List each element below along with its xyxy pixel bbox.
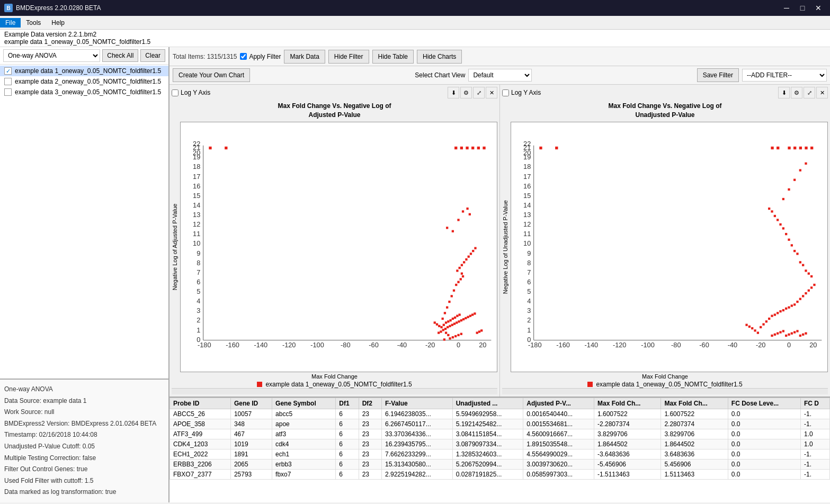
- table-row[interactable]: APOE_358348apoe6236.2667450117...5.19214…: [170, 419, 830, 429]
- chart1-close-btn[interactable]: ✕: [486, 87, 497, 98]
- col-gene-symbol[interactable]: Gene Symbol: [272, 398, 336, 409]
- minimize-button[interactable]: ─: [779, 1, 794, 15]
- table-row[interactable]: CDK4_12031019cdk462316.239435795...3.087…: [170, 439, 830, 449]
- svg-text:11: 11: [193, 230, 200, 238]
- menu-help[interactable]: Help: [46, 18, 70, 28]
- col-df1[interactable]: Df1: [336, 398, 359, 409]
- chart1-expand-btn[interactable]: ⤢: [473, 87, 485, 98]
- col-probe-id[interactable]: Probe ID: [170, 398, 231, 409]
- select-view-dropdown[interactable]: Default Custom: [468, 69, 532, 82]
- table-cell-3-0: CDK4_1203: [170, 439, 231, 449]
- svg-rect-195: [810, 147, 813, 149]
- table-header-row: Probe ID Gene ID Gene Symbol Df1 Df2 F-V…: [170, 398, 830, 409]
- add-filter-dropdown[interactable]: --ADD FILTER--: [742, 69, 827, 82]
- svg-text:2: 2: [197, 316, 200, 324]
- chart2-x-axis-label: Max Fold Change: [502, 373, 828, 380]
- svg-rect-186: [745, 323, 747, 326]
- svg-rect-54: [455, 284, 457, 286]
- table-cell-1-4: 23: [359, 419, 381, 429]
- mark-data-button[interactable]: Mark Data: [284, 50, 325, 64]
- table-cell-5-6: 5.2067520994...: [452, 460, 523, 470]
- menu-file[interactable]: File: [0, 18, 21, 28]
- svg-rect-41: [452, 318, 454, 320]
- chart2-download-btn[interactable]: ⬇: [778, 87, 790, 98]
- chart1-settings-btn[interactable]: ⚙: [460, 87, 472, 98]
- col-adjusted[interactable]: Adjusted P-V...: [523, 398, 594, 409]
- table-row[interactable]: ATF3_499467atf362333.370364336...3.08411…: [170, 429, 830, 439]
- chart2-close-btn[interactable]: ✕: [816, 87, 828, 98]
- chart2-scrollbar[interactable]: [502, 388, 828, 394]
- chart2-settings-btn[interactable]: ⚙: [791, 87, 802, 98]
- info-version: BMDExpress2 Version: BMDExpress 2.01.026…: [4, 418, 164, 430]
- table-cell-4-5: 7.6626233299...: [381, 449, 452, 460]
- clear-button[interactable]: Clear: [140, 49, 165, 62]
- svg-rect-69: [440, 330, 442, 332]
- table-cell-1-8: -2.2807374: [594, 419, 661, 429]
- svg-text:5: 5: [527, 287, 531, 295]
- charts-view-container: Create Your Own Chart Select Chart View …: [169, 66, 830, 502]
- sidebar-item-1[interactable]: example data 1_oneway_0.05_NOMTC_foldfil…: [0, 66, 168, 76]
- svg-rect-198: [777, 332, 779, 334]
- chart1-download-btn[interactable]: ⬇: [448, 87, 459, 98]
- info-timestamp: Timestamp: 02/16/2018 10:44:08: [4, 429, 164, 441]
- sidebar-item-3[interactable]: example data 3_oneway_0.05_NOMTC_foldfil…: [0, 87, 168, 97]
- maximize-button[interactable]: □: [795, 1, 810, 15]
- check-all-button[interactable]: Check All: [102, 49, 138, 62]
- col-max-fold-ch2[interactable]: Max Fold Ch...: [661, 398, 728, 409]
- svg-text:14: 14: [193, 201, 200, 209]
- table-cell-2-3: 6: [336, 429, 359, 439]
- svg-rect-42: [454, 317, 456, 319]
- svg-rect-96: [446, 227, 448, 229]
- chart2-expand-btn[interactable]: ⤢: [804, 87, 815, 98]
- col-fc-dose[interactable]: FC Dose Leve...: [728, 398, 800, 409]
- hide-filter-button[interactable]: Hide Filter: [328, 50, 369, 64]
- table-cell-3-2: cdk4: [272, 439, 336, 449]
- sidebar-item-2[interactable]: example data 2_oneway_0.05_NOMTC_foldfil…: [0, 76, 168, 87]
- close-button[interactable]: ✕: [811, 1, 826, 15]
- svg-rect-170: [799, 261, 801, 263]
- col-df2[interactable]: Df2: [359, 398, 381, 409]
- svg-text:0: 0: [787, 341, 791, 349]
- chart1-scrollbar[interactable]: [172, 388, 497, 394]
- table-row[interactable]: ERBB3_22062065erbb362315.313430580...5.2…: [170, 460, 830, 470]
- svg-rect-93: [471, 147, 474, 149]
- title-bar-controls: ─ □ ✕: [779, 1, 826, 15]
- table-row[interactable]: ECH1_20221891ech16237.6626233299...1.328…: [170, 449, 830, 460]
- svg-rect-76: [456, 321, 458, 323]
- table-cell-2-5: 33.370364336...: [381, 429, 452, 439]
- col-f-value[interactable]: F-Value: [381, 398, 452, 409]
- table-cell-1-5: 6.2667450117...: [381, 419, 452, 429]
- col-max-fold-ch1[interactable]: Max Fold Ch...: [594, 398, 661, 409]
- hide-charts-button[interactable]: Hide Charts: [417, 50, 462, 64]
- sidebar-header: One-way ANOVA Check All Clear: [0, 47, 168, 65]
- info-work-source: Work Source: null: [4, 407, 164, 418]
- sidebar-checkbox-1[interactable]: [4, 67, 12, 75]
- svg-rect-101: [452, 230, 454, 232]
- save-filter-button[interactable]: Save Filter: [697, 68, 739, 82]
- svg-rect-43: [456, 314, 458, 317]
- apply-filter-checkbox[interactable]: [240, 53, 247, 60]
- svg-text:14: 14: [523, 201, 531, 209]
- svg-rect-105: [457, 334, 459, 336]
- create-chart-button[interactable]: Create Your Own Chart: [173, 68, 250, 82]
- menu-tools[interactable]: Tools: [21, 18, 46, 28]
- svg-rect-188: [555, 147, 558, 149]
- analysis-type-dropdown[interactable]: One-way ANOVA: [3, 49, 100, 62]
- chart2-scatter: Negative Log of Unadjusted P-Value 0 1 2…: [502, 122, 828, 372]
- svg-text:-60: -60: [369, 341, 378, 349]
- hide-table-button[interactable]: Hide Table: [372, 50, 414, 64]
- col-unadjusted[interactable]: Unadjusted ...: [452, 398, 523, 409]
- chart1-log-y-checkbox[interactable]: [172, 89, 179, 96]
- col-gene-id[interactable]: Gene ID: [230, 398, 272, 409]
- sidebar-checkbox-2[interactable]: [4, 78, 12, 85]
- chart2-log-y-checkbox[interactable]: [502, 89, 509, 96]
- svg-rect-171: [796, 253, 798, 255]
- table-row[interactable]: ABCC5_2610057abcc56236.1946238035...5.59…: [170, 409, 830, 419]
- table-row[interactable]: FBXO7_237725793fbxo76232.9225194282...0.…: [170, 470, 830, 480]
- svg-rect-36: [440, 326, 442, 328]
- chart2-legend: example data 1_oneway_0.05_NOMTC_foldfil…: [502, 381, 828, 388]
- col-fc-d[interactable]: FC D: [801, 398, 830, 409]
- svg-text:10: 10: [523, 239, 531, 247]
- sidebar-checkbox-3[interactable]: [4, 88, 12, 96]
- sidebar-info: One-way ANOVA Data Source: example data …: [0, 379, 168, 502]
